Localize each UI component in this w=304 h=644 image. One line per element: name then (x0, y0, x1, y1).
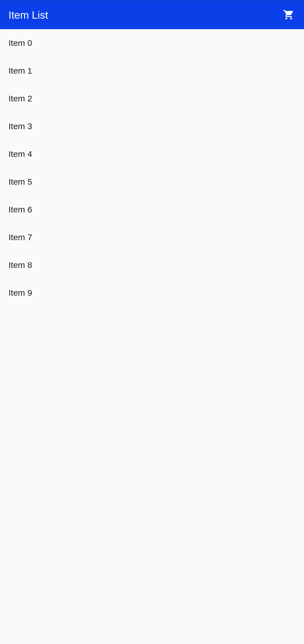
list-item[interactable]: Item 5 (0, 168, 304, 196)
list-item[interactable]: Item 7 (0, 223, 304, 251)
list-item-label: Item 5 (8, 177, 32, 187)
app-bar: Item List (0, 1, 304, 29)
list-item-label: Item 6 (8, 205, 32, 214)
cart-button[interactable] (282, 8, 296, 22)
list-item[interactable]: Item 6 (0, 196, 304, 223)
list-item-label: Item 7 (8, 233, 32, 242)
list-item[interactable]: Item 0 (0, 29, 304, 57)
list-item[interactable]: Item 1 (0, 57, 304, 85)
list-item[interactable]: Item 2 (0, 85, 304, 112)
list-item-label: Item 2 (8, 94, 32, 103)
list-item-label: Item 1 (8, 66, 32, 76)
list-item[interactable]: Item 8 (0, 251, 304, 279)
list-item[interactable]: Item 4 (0, 140, 304, 168)
list-item-label: Item 0 (8, 38, 32, 48)
list-item-label: Item 3 (8, 121, 32, 131)
item-list[interactable]: Item 0 Item 1 Item 2 Item 3 Item 4 Item … (0, 29, 304, 307)
list-item-label: Item 4 (8, 149, 32, 159)
list-item-label: Item 8 (8, 260, 32, 270)
list-item-label: Item 9 (8, 288, 32, 298)
list-item[interactable]: Item 3 (0, 112, 304, 140)
list-item[interactable]: Item 9 (0, 279, 304, 307)
shopping-cart-icon (283, 9, 294, 22)
page-title: Item List (8, 9, 48, 21)
